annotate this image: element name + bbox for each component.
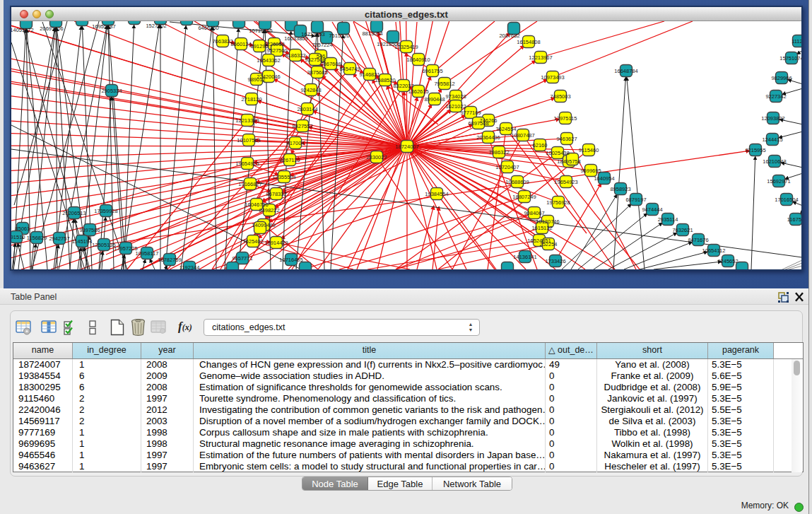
svg-text:1588520: 1588520 [375, 77, 395, 83]
svg-text:2935114: 2935114 [658, 216, 678, 223]
svg-text:1156829: 1156829 [27, 235, 47, 241]
svg-text:19166827: 19166827 [238, 181, 261, 187]
svg-text:10120746: 10120746 [536, 218, 559, 225]
svg-text:1145194: 1145194 [72, 238, 93, 245]
svg-text:10958117: 10958117 [136, 250, 159, 257]
svg-text:9829966: 9829966 [771, 75, 792, 81]
svg-text:10107564: 10107564 [237, 137, 260, 144]
svg-text:12505135: 12505135 [92, 242, 115, 248]
svg-text:989012: 989012 [247, 76, 265, 83]
svg-text:10688609: 10688609 [505, 179, 529, 185]
svg-text:7663822: 7663822 [212, 38, 233, 45]
svg-text:8215955: 8215955 [745, 147, 765, 153]
svg-text:2942757: 2942757 [49, 235, 69, 242]
svg-text:6879197: 6879197 [625, 197, 646, 203]
svg-text:8990448: 8990448 [424, 96, 445, 103]
svg-text:85061: 85061 [16, 226, 30, 232]
svg-text:13325419: 13325419 [394, 44, 418, 50]
svg-text:9397586: 9397586 [79, 227, 100, 233]
svg-text:9327500: 9327500 [266, 47, 287, 54]
svg-text:16955287: 16955287 [92, 23, 115, 30]
svg-text:10654112: 10654112 [702, 247, 726, 254]
svg-text:14099489: 14099489 [252, 222, 275, 228]
svg-text:15692971: 15692971 [767, 178, 790, 185]
svg-text:9777169: 9777169 [460, 110, 481, 116]
svg-text:9734028: 9734028 [445, 93, 466, 100]
svg-text:2867608: 2867608 [320, 61, 341, 67]
svg-text:7955812: 7955812 [434, 81, 454, 87]
svg-text:7632621: 7632621 [672, 227, 693, 233]
svg-text:10973493: 10973493 [541, 74, 564, 81]
svg-text:16543362: 16543362 [257, 57, 280, 64]
svg-text:2803144: 2803144 [297, 106, 317, 112]
svg-text:9084067: 9084067 [524, 210, 544, 216]
svg-text:8498222: 8498222 [259, 207, 279, 214]
svg-text:2905334: 2905334 [101, 88, 122, 94]
svg-text:20206513: 20206513 [62, 210, 86, 216]
svg-text:116753: 116753 [787, 216, 801, 223]
svg-text:14055572: 14055572 [11, 27, 34, 33]
svg-text:1244415: 1244415 [762, 136, 782, 143]
svg-text:15720407: 15720407 [495, 164, 519, 170]
svg-text:9227342: 9227342 [765, 93, 786, 100]
svg-text:252254: 252254 [539, 241, 557, 247]
svg-text:19756928: 19756928 [546, 199, 570, 206]
svg-text:15751074: 15751074 [779, 55, 801, 62]
svg-text:19654925: 19654925 [235, 160, 259, 167]
svg-text:19654923: 19654923 [554, 179, 577, 185]
svg-text:1615132: 1615132 [531, 225, 552, 231]
svg-text:8471676: 8471676 [688, 237, 708, 243]
svg-text:16210643: 16210643 [763, 158, 786, 165]
svg-text:1621022: 1621022 [445, 103, 466, 110]
svg-text:8958923: 8958923 [610, 186, 630, 192]
svg-text:417004: 417004 [286, 140, 304, 146]
svg-text:12355594: 12355594 [272, 174, 295, 180]
svg-text:7986322: 7986322 [488, 149, 509, 156]
svg-text:9657771: 9657771 [232, 255, 252, 262]
svg-text:16154808: 16154808 [517, 39, 540, 45]
svg-text:19384554: 19384554 [425, 191, 448, 197]
svg-text:8660124: 8660124 [230, 41, 251, 47]
svg-text:10025438: 10025438 [546, 150, 569, 156]
svg-text:1733426: 1733426 [545, 258, 565, 264]
svg-text:12213967: 12213967 [529, 54, 552, 61]
svg-text:7625402: 7625402 [242, 238, 263, 245]
svg-text:12213389: 12213389 [235, 117, 259, 124]
svg-text:18495758: 18495758 [557, 158, 580, 165]
svg-text:6897568: 6897568 [468, 120, 488, 127]
svg-text:3875685: 3875685 [307, 69, 327, 76]
svg-text:62160: 62160 [533, 142, 548, 148]
svg-text:9242848: 9242848 [300, 87, 321, 93]
svg-text:3624554: 3624554 [495, 126, 516, 132]
svg-text:9463627: 9463627 [556, 136, 577, 142]
svg-text:1362615: 1362615 [408, 88, 428, 95]
svg-text:12975115: 12975115 [554, 115, 577, 122]
svg-text:17957225: 17957225 [114, 245, 137, 252]
svg-text:8454749: 8454749 [339, 66, 360, 72]
svg-text:18640910: 18640910 [406, 57, 430, 63]
svg-text:17016504: 17016504 [775, 197, 798, 203]
svg-text:10719155: 10719155 [249, 28, 272, 34]
svg-text:2718120: 2718120 [241, 96, 261, 103]
svg-text:11123: 11123 [792, 38, 801, 45]
svg-text:18807249: 18807249 [512, 194, 536, 200]
svg-text:9245652: 9245652 [717, 258, 738, 264]
svg-text:14136141: 14136141 [513, 254, 536, 260]
svg-text:19716485: 19716485 [279, 257, 302, 263]
svg-text:16914479: 16914479 [264, 240, 288, 246]
svg-text:6961755: 6961755 [422, 68, 442, 74]
svg-text:9699695: 9699695 [580, 168, 601, 174]
svg-text:10807487: 10807487 [511, 132, 534, 139]
svg-text:20364436: 20364436 [476, 134, 500, 141]
svg-text:6466160: 6466160 [198, 25, 218, 31]
svg-text:9115460: 9115460 [579, 147, 599, 153]
svg-text:16033809: 16033809 [284, 35, 307, 42]
svg-text:1192344: 1192344 [180, 264, 200, 270]
svg-text:8427552: 8427552 [292, 123, 312, 129]
svg-text:17359928: 17359928 [94, 208, 117, 214]
svg-text:12093822: 12093822 [761, 115, 784, 122]
svg-text:20691406: 20691406 [40, 25, 63, 32]
svg-text:8186323: 8186323 [285, 52, 305, 59]
svg-text:9474444: 9474444 [642, 206, 662, 213]
svg-text:7515520: 7515520 [329, 33, 349, 39]
